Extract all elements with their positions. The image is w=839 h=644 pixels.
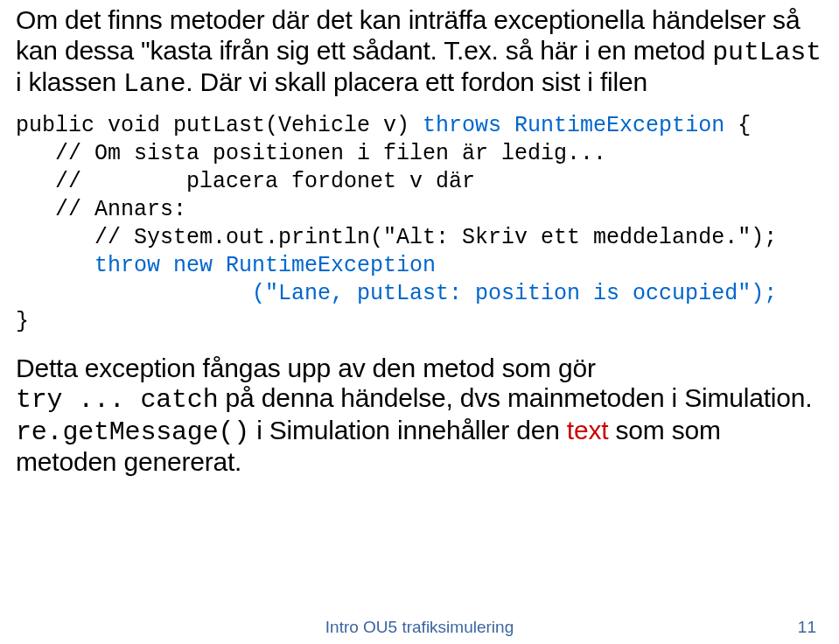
inline-code-getmessage: re.getMessage() xyxy=(16,417,249,447)
code-throw-line: throw new RuntimeException xyxy=(16,253,436,278)
intro-paragraph: Om det finns metoder där det kan inträff… xyxy=(16,5,823,100)
code-line: // Om sista positionen i filen är ledig.… xyxy=(16,141,606,166)
highlight-text: text xyxy=(567,416,609,444)
inline-code-putlast: putLast xyxy=(712,38,822,67)
code-line: } xyxy=(16,309,29,334)
code-line: { xyxy=(724,113,751,138)
code-keyword-throws: throws RuntimeException xyxy=(423,113,724,138)
code-throw-arg: ("Lane, putLast: position is occupied"); xyxy=(16,281,777,306)
document-page: Om det finns metoder där det kan inträff… xyxy=(0,0,839,644)
code-line: public void putLast(Vehicle v) xyxy=(16,113,423,138)
text: i klassen xyxy=(16,67,123,96)
text: . Där vi skall placera ett fordon sist i… xyxy=(185,67,647,96)
code-line: // Annars: xyxy=(16,197,186,222)
explanation-paragraph: Detta exception fångas upp av den metod … xyxy=(16,354,823,478)
inline-code-lane: Lane xyxy=(123,69,185,99)
footer-title: Intro OU5 trafiksimulering xyxy=(0,618,839,637)
text: Om det finns metoder där det kan inträff… xyxy=(16,5,800,65)
text: på denna händelse, dvs mainmetoden i Sim… xyxy=(218,383,812,412)
page-number: 11 xyxy=(798,618,816,637)
code-line: // System.out.println("Alt: Skriv ett me… xyxy=(16,225,777,250)
code-line: // placera fordonet v där xyxy=(16,169,475,194)
inline-code-trycatch: try ... catch xyxy=(16,385,218,415)
code-block: public void putLast(Vehicle v) throws Ru… xyxy=(16,112,823,336)
text: Detta exception fångas upp av den metod … xyxy=(16,354,596,382)
text: i Simulation innehåller den xyxy=(249,416,567,444)
